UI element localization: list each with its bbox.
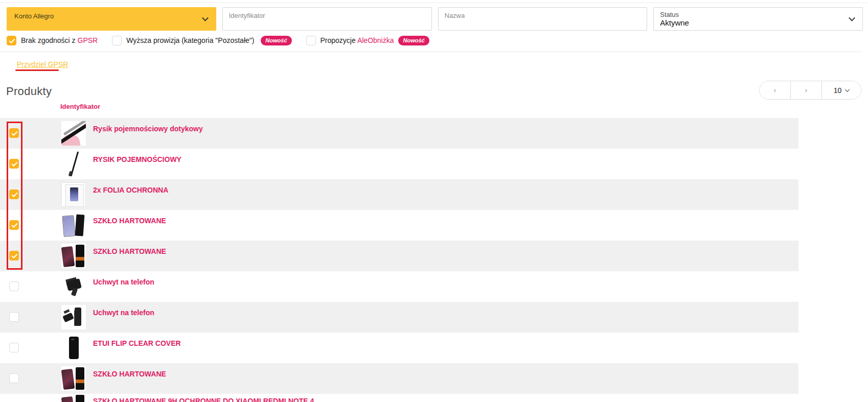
- product-row: SZKŁO HARTOWANE 9H OCHRONNE DO XIAOMI RE…: [0, 394, 798, 402]
- filter-checkbox-label: Wyższa prowizja (kategoria "Pozostałe"): [126, 36, 256, 44]
- screen-protector-photo: [61, 182, 86, 207]
- pagination-prev-button[interactable]: ‹: [760, 81, 791, 99]
- product-checkbox[interactable]: [9, 159, 19, 169]
- product-link[interactable]: SZKŁO HARTOWANE: [93, 247, 166, 255]
- phone-case-photo: [61, 336, 86, 360]
- account-dropdown-label: Konto Allegro: [14, 12, 54, 20]
- status-label: Status: [660, 11, 679, 18]
- column-header-identyfikator: Identyfikator: [60, 103, 100, 110]
- chevron-down-icon: [202, 15, 209, 21]
- product-row: Uchwyt na telefon: [0, 271, 798, 302]
- product-link[interactable]: 2x FOLIA OCHRONNA: [93, 186, 168, 194]
- filter-checkbox-item[interactable]: Brak zgodności z GPSR: [7, 36, 98, 45]
- product-link[interactable]: SZKŁO HARTOWANE: [93, 370, 166, 378]
- product-row: SZKŁO HARTOWANE: [0, 363, 798, 394]
- stylus-photo: [61, 152, 86, 176]
- filters-row: Konto Allegro Identyfikator Nazwa Status…: [7, 7, 863, 31]
- filter-checkbox-item[interactable]: Wyższa prowizja (kategoria "Pozostałe") …: [112, 36, 291, 45]
- page-title: Produkty: [6, 85, 52, 98]
- filter-checkbox-label: Propozycje: [321, 36, 357, 44]
- product-row: Uchwyt na telefon: [0, 302, 798, 333]
- filter-checkbox-label: Brak zgodności z: [21, 36, 78, 44]
- glass-orange-photo: [61, 244, 86, 268]
- page-size-value: 10: [834, 86, 842, 94]
- product-checkbox[interactable]: [9, 128, 19, 138]
- checkbox-icon[interactable]: [112, 36, 122, 45]
- product-row: Rysik pojemnościowy dotykowy: [0, 118, 798, 149]
- allegro-products-page: Konto Allegro Identyfikator Nazwa Status…: [0, 0, 868, 402]
- chevron-down-icon: [849, 15, 855, 21]
- account-dropdown[interactable]: Konto Allegro: [7, 7, 216, 31]
- annotation-red-underline: [15, 69, 59, 71]
- checkbox-icon[interactable]: [7, 36, 16, 45]
- product-row: SZKŁO HARTOWANE: [0, 241, 798, 271]
- product-row: SZKŁO HARTOWANE: [0, 210, 798, 241]
- product-link[interactable]: Rysik pojemnościowy dotykowy: [93, 125, 203, 133]
- glass-orange-photo: [61, 394, 86, 402]
- product-link[interactable]: SZKŁO HARTOWANE: [93, 217, 166, 225]
- products-table: Rysik pojemnościowy dotykowy RYSIK POJEM…: [0, 118, 798, 402]
- glass-orange-photo: [61, 366, 86, 391]
- product-checkbox[interactable]: [9, 373, 19, 383]
- phone-holder-photo: [61, 274, 86, 299]
- product-checkbox[interactable]: [9, 312, 19, 322]
- nowosc-badge: Nowość: [261, 36, 291, 45]
- product-row: ETUI FLIP CLEAR COVER: [0, 333, 798, 363]
- page-size-select[interactable]: 10: [822, 81, 861, 99]
- phone-holder2-photo: [61, 305, 86, 329]
- filter-checkbox-link[interactable]: GPSR: [78, 36, 98, 44]
- section-divider: [0, 52, 863, 52]
- filter-checkbox-link[interactable]: AleObniżka: [357, 36, 394, 44]
- top-divider: [0, 3, 868, 3]
- stylus-hand-photo: [61, 121, 86, 146]
- name-placeholder: Nazwa: [445, 12, 465, 19]
- nowosc-badge: Nowość: [398, 36, 429, 45]
- name-input[interactable]: Nazwa: [438, 7, 648, 31]
- product-checkbox[interactable]: [9, 251, 19, 261]
- product-link[interactable]: Uchwyt na telefon: [93, 309, 154, 317]
- filter-checkboxes-row: Brak zgodności z GPSR Wyższa prowizja (k…: [7, 34, 429, 47]
- pagination-next-button[interactable]: ›: [791, 81, 822, 99]
- product-row: RYSIK POJEMNOŚCIOWY: [0, 149, 798, 179]
- product-link[interactable]: ETUI FLIP CLEAR COVER: [93, 339, 181, 347]
- checkbox-icon[interactable]: [306, 36, 316, 45]
- product-row: 2x FOLIA OCHRONNA: [0, 179, 798, 210]
- status-value: Aktywne: [660, 18, 689, 27]
- chevron-down-icon: [845, 87, 850, 92]
- pagination: ‹ › 10: [759, 81, 861, 100]
- identifier-placeholder: Identyfikator: [229, 12, 265, 19]
- assign-gpsr-link[interactable]: Przydziel GPSR: [17, 60, 68, 68]
- product-link[interactable]: Uchwyt na telefon: [93, 278, 154, 286]
- product-link[interactable]: RYSIK POJEMNOŚCIOWY: [93, 155, 181, 163]
- identifier-input[interactable]: Identyfikator: [222, 7, 432, 31]
- filter-checkbox-item[interactable]: Propozycje AleObniżka Nowość: [306, 36, 429, 45]
- status-select[interactable]: Status Aktywne: [653, 7, 863, 31]
- product-checkbox[interactable]: [9, 343, 19, 352]
- product-link[interactable]: SZKŁO HARTOWANE 9H OCHRONNE DO XIAOMI RE…: [93, 397, 314, 402]
- product-checkbox[interactable]: [9, 190, 19, 199]
- glass-blue-photo: [61, 213, 86, 238]
- product-checkbox[interactable]: [9, 281, 19, 291]
- product-checkbox[interactable]: [9, 220, 19, 230]
